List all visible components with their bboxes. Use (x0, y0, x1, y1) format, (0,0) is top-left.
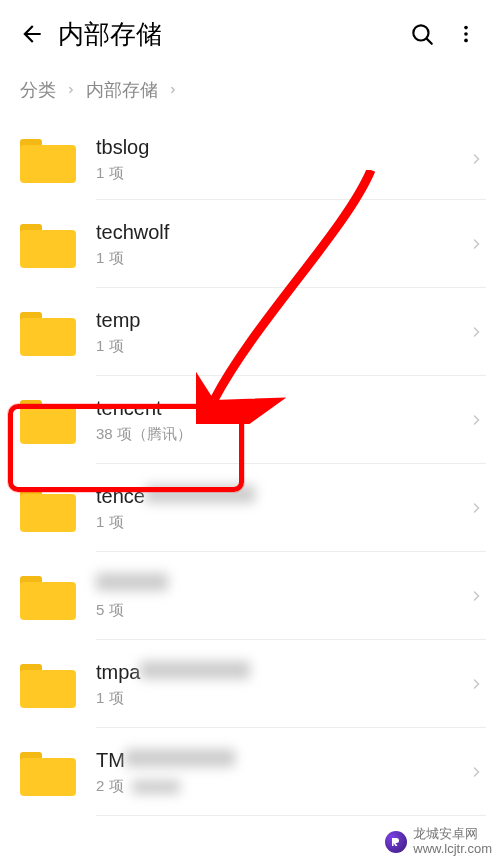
folder-meta: 1 项 (96, 164, 466, 183)
search-button[interactable] (400, 12, 444, 56)
folder-text: temp1 项 (96, 308, 466, 356)
folder-name: temp (96, 308, 466, 333)
search-icon (409, 21, 435, 47)
folder-icon (20, 396, 76, 444)
chevron-right-icon (66, 85, 76, 95)
chevron-right-icon (466, 762, 486, 782)
obscured-text (145, 485, 255, 503)
watermark-logo-icon (385, 831, 407, 853)
chevron-right-icon (168, 85, 178, 95)
folder-icon (20, 748, 76, 796)
folder-meta: 1 项 (96, 513, 466, 532)
folder-row[interactable]: temp1 项 (0, 288, 500, 376)
folder-text: TM2 项 (96, 748, 466, 796)
folder-row[interactable]: tmpa1 项 (0, 640, 500, 728)
obscured-text (140, 661, 250, 679)
chevron-right-icon (466, 586, 486, 606)
svg-point-4 (464, 39, 468, 43)
more-vertical-icon (455, 23, 477, 45)
back-arrow-icon (19, 21, 45, 47)
folder-row[interactable]: TM2 项 (0, 728, 500, 816)
obscured-text (96, 573, 168, 591)
folder-name: tence (96, 484, 466, 509)
chevron-right-icon (466, 410, 486, 430)
svg-line-1 (427, 39, 432, 44)
app-header: 内部存储 (0, 0, 500, 68)
folder-name: tmpa (96, 660, 466, 685)
folder-name (96, 572, 466, 597)
folder-name: tencent (96, 396, 466, 421)
folder-meta: 1 项 (96, 337, 466, 356)
back-button[interactable] (12, 14, 52, 54)
folder-meta: 38 项（腾讯） (96, 425, 466, 444)
watermark: 龙城安卓网 www.lcjtr.com (385, 827, 492, 856)
folder-icon (20, 572, 76, 620)
folder-text: 5 项 (96, 572, 466, 620)
folder-text: tmpa1 项 (96, 660, 466, 708)
watermark-line1: 龙城安卓网 (413, 827, 492, 841)
folder-list: tbslog1 项techwolf1 项temp1 项tencent38 项（腾… (0, 118, 500, 816)
folder-meta: 1 项 (96, 249, 466, 268)
folder-icon (20, 308, 76, 356)
folder-row[interactable]: tbslog1 项 (0, 118, 500, 200)
folder-meta: 2 项 (96, 777, 466, 796)
breadcrumb: 分类 内部存储 (0, 68, 500, 118)
row-divider (96, 815, 486, 816)
folder-text: tencent38 项（腾讯） (96, 396, 466, 444)
svg-point-3 (464, 32, 468, 36)
folder-icon (20, 660, 76, 708)
page-title: 内部存储 (58, 17, 400, 52)
folder-name: tbslog (96, 135, 466, 160)
chevron-right-icon (466, 149, 486, 169)
folder-row[interactable]: tence1 项 (0, 464, 500, 552)
chevron-right-icon (466, 234, 486, 254)
obscured-text (125, 749, 235, 767)
folder-icon (20, 484, 76, 532)
folder-name: TM (96, 748, 466, 773)
breadcrumb-current[interactable]: 内部存储 (86, 78, 158, 102)
folder-meta: 1 项 (96, 689, 466, 708)
obscured-text (132, 780, 180, 794)
chevron-right-icon (466, 498, 486, 518)
svg-point-2 (464, 26, 468, 30)
more-button[interactable] (444, 12, 488, 56)
folder-row[interactable]: techwolf1 项 (0, 200, 500, 288)
chevron-right-icon (466, 674, 486, 694)
folder-row[interactable]: tencent38 项（腾讯） (0, 376, 500, 464)
folder-text: tbslog1 项 (96, 135, 466, 183)
folder-icon (20, 220, 76, 268)
breadcrumb-root[interactable]: 分类 (20, 78, 56, 102)
folder-name: techwolf (96, 220, 466, 245)
chevron-right-icon (466, 322, 486, 342)
folder-icon (20, 135, 76, 183)
watermark-line2: www.lcjtr.com (413, 842, 492, 856)
folder-meta: 5 项 (96, 601, 466, 620)
folder-text: tence1 项 (96, 484, 466, 532)
folder-row[interactable]: 5 项 (0, 552, 500, 640)
folder-text: techwolf1 项 (96, 220, 466, 268)
